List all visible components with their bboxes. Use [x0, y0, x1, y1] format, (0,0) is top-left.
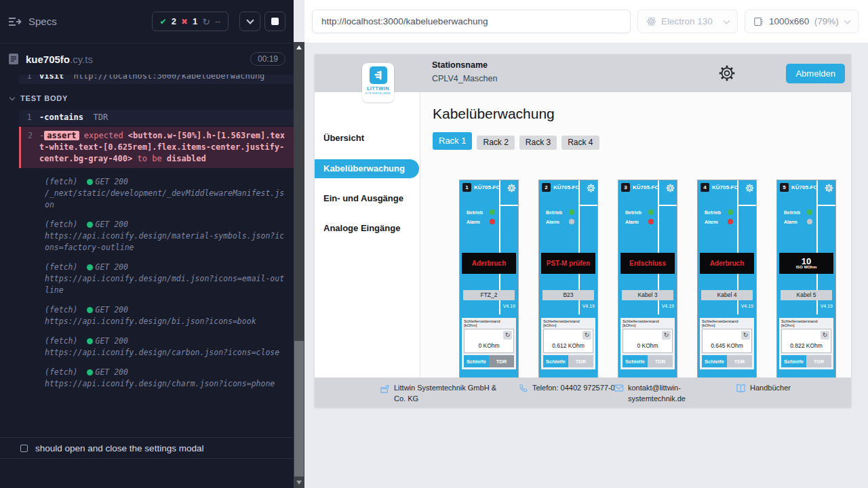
- fetch-log: (fetch)GET 200 https://api.iconify.desig…: [45, 304, 288, 327]
- resistance-value: 0 KOhm: [465, 342, 513, 349]
- display-line1: PST-M prüfen: [547, 260, 590, 267]
- device-card-3: 3 KÜ705-FO Betrieb Alarm Erdschluss Kabe…: [618, 180, 677, 380]
- schleife-button[interactable]: Schleife: [702, 355, 727, 367]
- command-visit[interactable]: 1 visit http://localhost:3000/kabelueber…: [19, 75, 294, 84]
- device-settings-button[interactable]: [825, 183, 833, 195]
- footer-manuals[interactable]: Handbücher: [736, 383, 791, 394]
- alarm-label: Alarm: [625, 220, 639, 224]
- settings-button[interactable]: [718, 64, 736, 85]
- assert-message: -assert expected <button.w-[50%].h-[1.56…: [39, 130, 288, 165]
- fetch-url: https://api.iconify.design/charm.json?ic…: [45, 378, 288, 390]
- screen: Specs ✔ 2 ✖ 1 ↻ -- kue705fo.cy.ts 00:19: [0, 0, 868, 488]
- tdr-button[interactable]: TDR: [727, 355, 752, 367]
- value-box: ↻ 0.612 KOhm: [543, 329, 593, 353]
- tab-rack-3[interactable]: Rack 3: [519, 136, 557, 150]
- littwin-logo: LITTWIN SYSTEMTECHNIK: [362, 63, 394, 102]
- schleife-button[interactable]: Schleife: [781, 355, 806, 367]
- reporter-scrollbar[interactable]: [294, 42, 304, 488]
- command-assert-failed[interactable]: 2 -assert expected <button.w-[50%].h-[1.…: [19, 127, 294, 168]
- tdr-button[interactable]: TDR: [648, 355, 673, 367]
- betrieb-led: [490, 209, 495, 215]
- refresh-button[interactable]: ↻: [583, 331, 591, 340]
- footer-company: Littwin Systemtechnik GmbH & Co. KG: [380, 383, 498, 405]
- display: PST-M prüfen: [541, 253, 595, 274]
- display-line2: ISO MOhm: [796, 265, 817, 269]
- footer-email: kontakt@littwin-systemtechnik.de: [614, 383, 702, 405]
- refresh-button[interactable]: ↻: [821, 331, 829, 340]
- app-main: Kabelüberwachung Rack 1 Rack 2 Rack 3 Ra…: [420, 92, 851, 407]
- device-card-1: 1 KÜ705-FO Betrieb Alarm Aderbruch FTZ_2…: [459, 180, 519, 380]
- schleife-button[interactable]: Schleife: [543, 355, 568, 367]
- chevron-down-icon: [9, 95, 15, 100]
- scroll-down-arrow-icon[interactable]: [296, 481, 302, 485]
- action-buttons: Schleife TDR: [543, 355, 593, 367]
- test-body-section[interactable]: TEST BODY: [9, 93, 294, 104]
- viewport-selector[interactable]: 1000x660 (79%): [745, 9, 859, 33]
- cable-name: Kabel 4: [701, 290, 753, 300]
- device-settings-button[interactable]: [507, 183, 516, 195]
- browser-selector[interactable]: Electron 130: [637, 9, 738, 33]
- display-line1: 10: [802, 258, 811, 265]
- sidebar-item-analoge-eingaenge[interactable]: Analoge Eingänge: [315, 223, 420, 233]
- failed-icon: ✖: [181, 17, 188, 26]
- tab-rack-4[interactable]: Rack 4: [561, 136, 599, 150]
- url-input[interactable]: [312, 9, 631, 33]
- scrollbar-thumb[interactable]: [294, 341, 304, 476]
- command-arg: http://localhost:3000/kabelueberwachung: [74, 75, 265, 81]
- gear-icon: [507, 184, 516, 192]
- specs-label[interactable]: Specs: [28, 16, 57, 27]
- device-settings-button[interactable]: [745, 183, 754, 195]
- tab-rack-2[interactable]: Rack 2: [477, 136, 514, 150]
- measurement-panel: Schleifenwiderstand [kOhm] ↻ 0.645 KOhm …: [700, 318, 754, 369]
- device-settings-button[interactable]: [587, 183, 595, 195]
- chevron-down-icon: [724, 17, 730, 24]
- tdr-button[interactable]: TDR: [568, 355, 593, 367]
- footer-phone: Telefon: 04402 972577-0: [519, 383, 615, 394]
- status-dot-icon: [87, 222, 93, 228]
- fetch-status: GET 200: [87, 219, 127, 230]
- sidebar-item-ein-und-ausgaenge[interactable]: Ein- und Ausgänge: [315, 193, 420, 203]
- next-test-label: should open and close the settings modal: [35, 443, 203, 453]
- command-name: visit: [39, 75, 64, 81]
- betrieb-label: Betrieb: [705, 210, 721, 215]
- refresh-button[interactable]: ↻: [662, 331, 671, 340]
- littwin-logo-icon: [370, 66, 387, 84]
- display-line1: Aderbruch: [710, 260, 745, 267]
- schleife-button[interactable]: Schleife: [464, 355, 489, 367]
- collapse-button[interactable]: [239, 12, 260, 31]
- next-test-item[interactable]: should open and close the settings modal: [0, 438, 294, 459]
- value-box: ↻ 0 KOhm: [623, 329, 673, 353]
- schleife-button[interactable]: Schleife: [623, 355, 648, 367]
- test-stats: ✔ 2 ✖ 1 ↻ --: [152, 12, 229, 31]
- resistance-label: Schleifenwiderstand [kOhm]: [702, 319, 752, 327]
- fetch-log: (fetch)GET 200 https://api.iconify.desig…: [45, 367, 288, 390]
- betrieb-led: [569, 209, 574, 215]
- device-cards: 1 KÜ705-FO Betrieb Alarm Aderbruch FTZ_2…: [459, 180, 836, 380]
- specs-menu-icon[interactable]: [8, 16, 22, 27]
- station-value: CPLV4_Maschen: [432, 74, 497, 83]
- measurement-panel: Schleifenwiderstand [kOhm] ↻ 0.822 KOhm …: [779, 318, 833, 369]
- tdr-button[interactable]: TDR: [489, 355, 514, 367]
- sidebar-item-kabelueberwachung[interactable]: Kabelüberwachung: [315, 159, 419, 178]
- email-address[interactable]: kontakt@littwin-systemtechnik.de: [628, 383, 702, 405]
- tab-rack-1[interactable]: Rack 1: [433, 132, 472, 150]
- device-settings-button[interactable]: [666, 183, 675, 195]
- refresh-button[interactable]: ↻: [503, 331, 512, 340]
- cypress-reporter: Specs ✔ 2 ✖ 1 ↻ -- kue705fo.cy.ts 00:19: [0, 0, 294, 488]
- sidebar-item-uebersicht[interactable]: Übersicht: [315, 133, 420, 143]
- scroll-up-arrow-icon[interactable]: [296, 45, 302, 49]
- spec-row[interactable]: kue705fo.cy.ts 00:19: [0, 43, 294, 75]
- logout-button[interactable]: Abmelden: [786, 64, 845, 83]
- rack-tabs: Rack 1 Rack 2 Rack 3 Rack 4: [433, 132, 599, 150]
- stop-button[interactable]: [264, 12, 285, 31]
- command-contains[interactable]: 1 -contains TDR: [19, 110, 294, 125]
- slot-number-badge: 2: [542, 183, 551, 192]
- refresh-button[interactable]: ↻: [741, 331, 750, 340]
- fetch-log: (fetch)GET 200 /_next/static/development…: [45, 176, 288, 211]
- tdr-button[interactable]: TDR: [806, 355, 831, 367]
- fetch-url: /_next/static/development/_devMiddleware…: [45, 188, 288, 211]
- reporter-bottom: should open and close the settings modal: [0, 437, 294, 488]
- panel-divider: [737, 205, 756, 206]
- gear-icon: [666, 184, 675, 192]
- status-dot-icon: [87, 307, 93, 313]
